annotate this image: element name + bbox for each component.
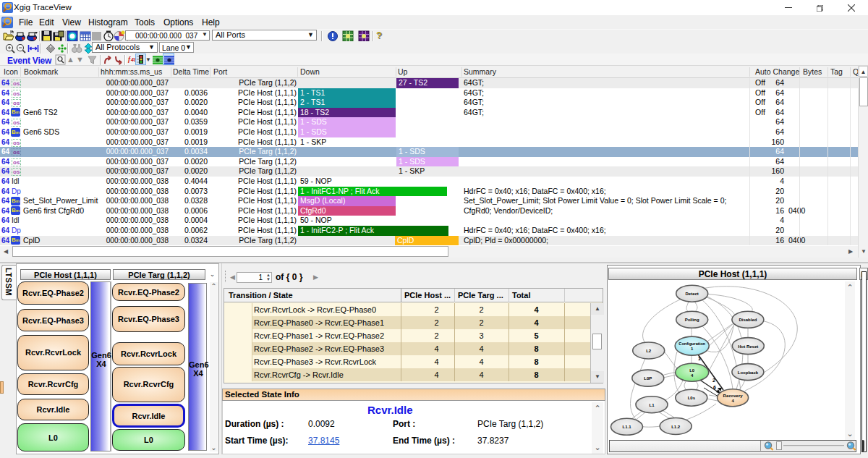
svg-text:L0s: L0s [688, 396, 696, 400]
svg-text:1: 1 [698, 356, 701, 361]
svg-text:Configuration: Configuration [678, 342, 705, 346]
svg-text:Hot Reset: Hot Reset [738, 344, 758, 349]
svg-text:L1.1: L1.1 [622, 425, 631, 429]
svg-text:Polling: Polling [685, 318, 699, 322]
svg-text:Disabled: Disabled [739, 318, 757, 322]
svg-text:6: 6 [713, 385, 716, 390]
svg-text:L0P: L0P [644, 376, 652, 381]
svg-text:L1: L1 [649, 403, 655, 407]
svg-text:Recovery: Recovery [723, 394, 744, 398]
svg-text:Loopback: Loopback [738, 370, 759, 375]
svg-text:L0: L0 [689, 368, 695, 373]
svg-text:2: 2 [712, 378, 715, 383]
svg-text:Detect: Detect [686, 292, 699, 296]
svg-text:L1.2: L1.2 [671, 425, 681, 429]
svg-text:L2: L2 [646, 349, 652, 353]
